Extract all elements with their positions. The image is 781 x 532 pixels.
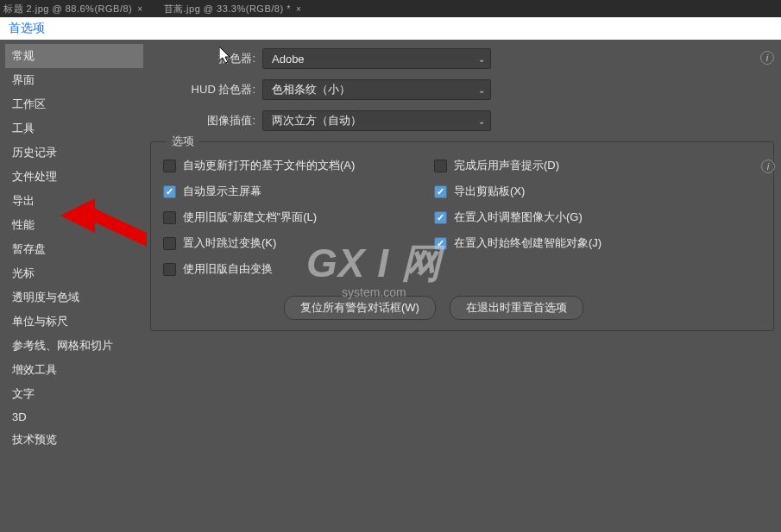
sidebar-item-transparency[interactable]: 透明度与色域 bbox=[5, 285, 143, 310]
close-icon[interactable]: × bbox=[296, 4, 301, 14]
color-picker-row: 拾色器: Adobe ⌄ i bbox=[150, 48, 774, 69]
document-tab-1[interactable]: 标题 2.jpg @ 88.6%(RGB/8) × bbox=[3, 3, 143, 16]
close-icon[interactable]: × bbox=[137, 4, 142, 14]
options-fieldset: 选项 i 自动更新打开的基于文件的文档(A) 完成后用声音提示(D) 自动显示主… bbox=[150, 141, 774, 331]
chevron-down-icon: ⌄ bbox=[478, 116, 485, 126]
checkbox-icon bbox=[163, 211, 176, 224]
options-grid: 自动更新打开的基于文件的文档(A) 完成后用声音提示(D) 自动显示主屏幕 导出… bbox=[163, 158, 766, 277]
reset-on-quit-button[interactable]: 在退出时重置首选项 bbox=[450, 296, 583, 320]
preferences-sidebar: 常规 界面 工作区 工具 历史记录 文件处理 导出 性能 暂存盘 光标 透明度与… bbox=[0, 40, 148, 532]
dialog-title-bar: 首选项 bbox=[0, 17, 781, 40]
checkbox-export-clip-label: 导出剪贴板(X) bbox=[454, 184, 525, 199]
checkbox-skip-transform-label: 置入时跳过变换(K) bbox=[183, 235, 276, 251]
checkbox-icon bbox=[163, 160, 176, 172]
sidebar-item-file-handling[interactable]: 文件处理 bbox=[5, 165, 143, 189]
checkbox-icon bbox=[434, 160, 447, 172]
dialog-title-text: 首选项 bbox=[9, 21, 45, 36]
hud-picker-row: HUD 拾色器: 色相条纹（小） ⌄ bbox=[150, 79, 774, 100]
checkbox-smart-obj-label: 在置入时始终创建智能对象(J) bbox=[454, 235, 601, 251]
checkbox-auto-update-label: 自动更新打开的基于文件的文档(A) bbox=[183, 158, 355, 173]
color-picker-select[interactable]: Adobe ⌄ bbox=[262, 48, 491, 69]
sidebar-item-workspace[interactable]: 工作区 bbox=[5, 92, 143, 116]
sidebar-item-general[interactable]: 常规 bbox=[5, 44, 143, 68]
info-icon[interactable]: i bbox=[760, 51, 774, 65]
sidebar-item-3d[interactable]: 3D bbox=[5, 406, 143, 428]
color-picker-value: Adobe bbox=[272, 53, 305, 66]
reset-warnings-button[interactable]: 复位所有警告对话框(W) bbox=[284, 296, 436, 320]
checkbox-legacy-new[interactable]: 使用旧版"新建文档"界面(L) bbox=[163, 210, 431, 225]
checkbox-smart-obj[interactable]: 在置入时始终创建智能对象(J) bbox=[434, 235, 766, 251]
color-picker-label: 拾色器: bbox=[150, 51, 262, 66]
sidebar-item-export[interactable]: 导出 bbox=[5, 189, 143, 213]
sidebar-item-plugins[interactable]: 增效工具 bbox=[5, 358, 143, 382]
sidebar-item-performance[interactable]: 性能 bbox=[5, 213, 143, 237]
checkbox-export-clip[interactable]: 导出剪贴板(X) bbox=[434, 184, 766, 199]
chevron-down-icon: ⌄ bbox=[478, 85, 485, 95]
image-interp-row: 图像插值: 两次立方（自动） ⌄ bbox=[150, 110, 774, 131]
checkbox-legacy-free-label: 使用旧版自由变换 bbox=[183, 261, 273, 277]
document-tab-1-label: 标题 2.jpg @ 88.6%(RGB/8) bbox=[3, 3, 132, 16]
document-tabs-bar: 标题 2.jpg @ 88.6%(RGB/8) × 苜蒿.jpg @ 33.3%… bbox=[0, 0, 781, 17]
checkbox-show-home[interactable]: 自动显示主屏幕 bbox=[163, 184, 431, 199]
options-button-row: 复位所有警告对话框(W) 在退出时重置首选项 bbox=[284, 296, 766, 320]
hud-picker-value: 色相条纹（小） bbox=[272, 82, 350, 97]
info-icon[interactable]: i bbox=[761, 160, 775, 173]
preferences-main: 拾色器: Adobe ⌄ i HUD 拾色器: 色相条纹（小） ⌄ 图像插值: … bbox=[148, 40, 781, 532]
sidebar-item-scratch-disks[interactable]: 暂存盘 bbox=[5, 237, 143, 261]
chevron-down-icon: ⌄ bbox=[478, 54, 485, 64]
sidebar-item-cursors[interactable]: 光标 bbox=[5, 261, 143, 285]
hud-picker-label: HUD 拾色器: bbox=[150, 82, 262, 97]
checkbox-resize-place[interactable]: 在置入时调整图像大小(G) bbox=[434, 210, 766, 225]
checkbox-resize-place-label: 在置入时调整图像大小(G) bbox=[454, 210, 583, 225]
image-interp-value: 两次立方（自动） bbox=[272, 113, 362, 128]
sidebar-item-history[interactable]: 历史记录 bbox=[5, 141, 143, 165]
options-legend: 选项 bbox=[167, 134, 199, 149]
checkbox-legacy-new-label: 使用旧版"新建文档"界面(L) bbox=[183, 210, 317, 225]
checkbox-checked-icon bbox=[434, 185, 447, 198]
checkbox-auto-update[interactable]: 自动更新打开的基于文件的文档(A) bbox=[163, 158, 431, 173]
sidebar-item-type[interactable]: 文字 bbox=[5, 382, 143, 406]
checkbox-skip-transform[interactable]: 置入时跳过变换(K) bbox=[163, 235, 431, 251]
sidebar-item-interface[interactable]: 界面 bbox=[5, 68, 143, 92]
checkbox-beep-done-label: 完成后用声音提示(D) bbox=[454, 158, 559, 173]
checkbox-checked-icon bbox=[163, 185, 176, 198]
image-interp-select[interactable]: 两次立方（自动） ⌄ bbox=[262, 110, 491, 131]
sidebar-item-units[interactable]: 单位与标尺 bbox=[5, 310, 143, 334]
sidebar-item-guides[interactable]: 参考线、网格和切片 bbox=[5, 334, 143, 358]
checkbox-icon bbox=[163, 237, 176, 250]
checkbox-icon bbox=[163, 263, 176, 276]
sidebar-item-tech-preview[interactable]: 技术预览 bbox=[5, 428, 143, 452]
checkbox-checked-icon bbox=[434, 237, 447, 250]
document-tab-2[interactable]: 苜蒿.jpg @ 33.3%(RGB/8) * × bbox=[164, 3, 302, 16]
hud-picker-select[interactable]: 色相条纹（小） ⌄ bbox=[262, 79, 491, 100]
image-interp-label: 图像插值: bbox=[150, 113, 262, 128]
checkbox-checked-icon bbox=[434, 211, 447, 224]
sidebar-item-tools[interactable]: 工具 bbox=[5, 116, 143, 141]
checkbox-legacy-free[interactable]: 使用旧版自由变换 bbox=[163, 261, 431, 277]
checkbox-beep-done[interactable]: 完成后用声音提示(D) bbox=[434, 158, 766, 173]
document-tab-2-label: 苜蒿.jpg @ 33.3%(RGB/8) * bbox=[164, 3, 291, 16]
checkbox-show-home-label: 自动显示主屏幕 bbox=[183, 184, 261, 199]
dialog-body: 常规 界面 工作区 工具 历史记录 文件处理 导出 性能 暂存盘 光标 透明度与… bbox=[0, 40, 781, 532]
